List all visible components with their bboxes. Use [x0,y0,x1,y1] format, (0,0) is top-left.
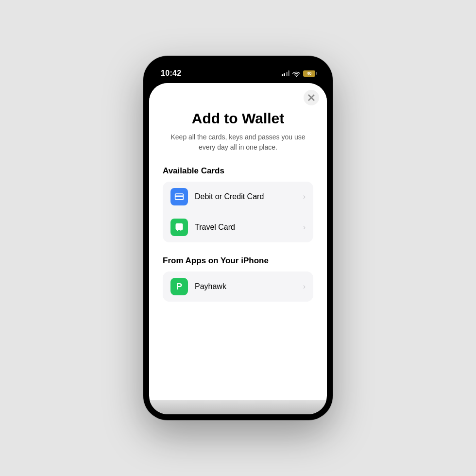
close-button[interactable] [304,90,319,105]
from-apps-section-title: From Apps on Your iPhone [163,256,313,266]
debit-credit-card-label: Debit or Credit Card [195,192,299,201]
svg-rect-3 [175,196,184,197]
signal-icon [282,70,290,76]
wifi-icon [292,70,300,76]
chevron-right-icon: › [303,282,306,291]
page-title: Add to Wallet [163,110,313,126]
chevron-right-icon: › [303,192,306,201]
page-subtitle: Keep all the cards, keys and passes you … [163,132,313,153]
status-bar: 10:42 40 [149,62,327,83]
screen: Add to Wallet Keep all the cards, keys a… [149,83,327,414]
svg-point-5 [177,227,179,229]
payhawk-item[interactable]: P Payhawk › [163,272,313,302]
credit-card-icon [170,188,188,205]
available-cards-list: Debit or Credit Card › Travel [163,182,313,242]
battery-level: 40 [303,70,315,77]
screen-content: Add to Wallet Keep all the cards, keys a… [149,83,327,400]
status-icons: 40 [282,70,316,77]
travel-card-label: Travel Card [195,223,299,232]
status-time: 10:42 [161,69,181,78]
debit-credit-card-item[interactable]: Debit or Credit Card › [163,182,313,212]
phone-frame: 10:42 40 Add to Wallet K [143,56,333,420]
available-cards-section-title: Available Cards [163,166,313,176]
battery-icon: 40 [303,70,315,77]
travel-card-item[interactable]: Travel Card › [163,212,313,242]
screen-bottom [149,400,327,414]
transit-icon [170,219,188,236]
payhawk-icon: P [170,278,188,295]
main-content: Add to Wallet Keep all the cards, keys a… [149,83,327,400]
svg-point-6 [180,227,182,229]
payhawk-label: Payhawk [195,282,299,291]
chevron-right-icon: › [303,223,306,232]
from-apps-list: P Payhawk › [163,272,313,302]
